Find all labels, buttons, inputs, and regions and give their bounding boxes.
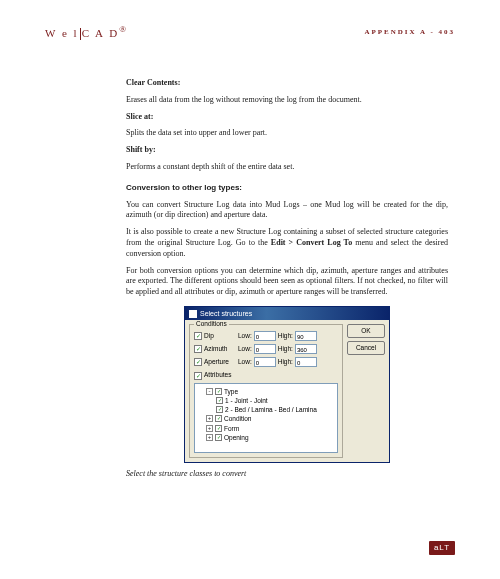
para-conversion-2: It is also possible to create a new Stru… xyxy=(126,227,448,259)
dip-high-input[interactable]: 90 xyxy=(295,331,317,341)
select-structures-dialog: Select structures Conditions ✓ Dip Low: … xyxy=(184,306,390,463)
tree-expander-icon[interactable]: + xyxy=(206,425,213,432)
logo-trademark: ® xyxy=(119,24,128,34)
tree-expander-icon[interactable]: - xyxy=(206,388,213,395)
dialog-title-icon xyxy=(189,310,197,318)
dip-low-label: Low: xyxy=(238,332,252,341)
azimuth-high-input[interactable]: 360 xyxy=(295,344,317,354)
azimuth-low-label: Low: xyxy=(238,345,252,354)
tree-root-checkbox[interactable]: ✓ xyxy=(215,388,222,395)
tree-item-label: 1 - Joint - Joint xyxy=(225,396,268,405)
heading-clear-contents: Clear Contents: xyxy=(126,78,448,89)
tree-item-condition[interactable]: + ✓ Condition xyxy=(198,414,334,423)
alt-footer-logo: aLT xyxy=(429,541,455,555)
dip-checkbox[interactable]: ✓ xyxy=(194,332,202,340)
aperture-label: Aperture xyxy=(204,358,236,367)
tree-item-form[interactable]: + ✓ Form xyxy=(198,424,334,433)
para-shift-by: Performs a constant depth shift of the e… xyxy=(126,162,448,173)
conditions-fieldset: Conditions ✓ Dip Low: 0 High: 90 ✓ Azimu… xyxy=(189,324,343,457)
heading-shift-by: Shift by: xyxy=(126,145,448,156)
tree-expander-icon[interactable]: + xyxy=(206,434,213,441)
tree-item-label: 2 - Bed / Lamina - Bed / Lamina xyxy=(225,405,317,414)
azimuth-high-label: High: xyxy=(278,345,293,354)
cancel-button[interactable]: Cancel xyxy=(347,341,385,355)
dialog-container: Select structures Conditions ✓ Dip Low: … xyxy=(126,306,448,463)
dip-label: Dip xyxy=(204,332,236,341)
page-content: Clear Contents: Erases all data from the… xyxy=(126,78,448,486)
dialog-titlebar: Select structures xyxy=(185,307,389,320)
aperture-low-input[interactable]: 0 xyxy=(254,357,276,367)
tree-item-opening[interactable]: + ✓ Opening xyxy=(198,433,334,442)
dialog-title: Select structures xyxy=(200,309,252,318)
tree-root-label: Type xyxy=(224,387,238,396)
attributes-label: Attributes xyxy=(204,371,231,380)
wellcad-logo: W e lC A D® xyxy=(45,24,128,40)
aperture-high-input[interactable]: 0 xyxy=(295,357,317,367)
condition-row-dip: ✓ Dip Low: 0 High: 90 xyxy=(194,331,338,341)
aperture-low-label: Low: xyxy=(238,358,252,367)
menu-path-bold: Edit > Convert Log To xyxy=(271,238,352,247)
tree-item-label: Condition xyxy=(224,414,251,423)
conditions-label: Conditions xyxy=(194,320,229,329)
heading-slice-at: Slice at: xyxy=(126,112,448,123)
para-clear-contents: Erases all data from the log without rem… xyxy=(126,95,448,106)
tree-item-label: Opening xyxy=(224,433,249,442)
tree-item-checkbox[interactable]: ✓ xyxy=(216,406,223,413)
tree-item-joint[interactable]: ✓ 1 - Joint - Joint xyxy=(198,396,334,405)
logo-text-right: C A D xyxy=(82,27,120,39)
tree-item-checkbox[interactable]: ✓ xyxy=(215,415,222,422)
azimuth-checkbox[interactable]: ✓ xyxy=(194,345,202,353)
para-slice-at: Splits the data set into upper and lower… xyxy=(126,128,448,139)
tree-item-label: Form xyxy=(224,424,239,433)
aperture-checkbox[interactable]: ✓ xyxy=(194,358,202,366)
tree-root-row[interactable]: - ✓ Type xyxy=(198,387,334,396)
attributes-tree[interactable]: - ✓ Type ✓ 1 - Joint - Joint ✓ 2 - Bed /… xyxy=(194,383,338,453)
tree-expander-icon[interactable]: + xyxy=(206,415,213,422)
condition-row-aperture: ✓ Aperture Low: 0 High: 0 xyxy=(194,357,338,367)
condition-row-azimuth: ✓ Azimuth Low: 0 High: 360 xyxy=(194,344,338,354)
tree-item-checkbox[interactable]: ✓ xyxy=(215,434,222,441)
ok-button[interactable]: OK xyxy=(347,324,385,338)
dialog-buttons-column: OK Cancel xyxy=(347,324,385,457)
attributes-row: ✓ Attributes xyxy=(194,371,338,380)
figure-caption: Select the structure classes to convert xyxy=(126,469,448,480)
dip-low-input[interactable]: 0 xyxy=(254,331,276,341)
tree-item-checkbox[interactable]: ✓ xyxy=(215,425,222,432)
page-header: W e lC A D® APPENDIX A - 403 xyxy=(45,24,455,40)
logo-bar-icon xyxy=(80,28,81,40)
page-reference: APPENDIX A - 403 xyxy=(364,28,455,36)
attributes-checkbox[interactable]: ✓ xyxy=(194,372,202,380)
tree-item-bed[interactable]: ✓ 2 - Bed / Lamina - Bed / Lamina xyxy=(198,405,334,414)
azimuth-label: Azimuth xyxy=(204,345,236,354)
dialog-body: Conditions ✓ Dip Low: 0 High: 90 ✓ Azimu… xyxy=(185,320,389,461)
para-conversion-1: You can convert Structure Log data into … xyxy=(126,200,448,222)
dialog-left-column: Conditions ✓ Dip Low: 0 High: 90 ✓ Azimu… xyxy=(189,324,343,457)
aperture-high-label: High: xyxy=(278,358,293,367)
azimuth-low-input[interactable]: 0 xyxy=(254,344,276,354)
para-conversion-3: For both conversion options you can dete… xyxy=(126,266,448,298)
section-conversion: Conversion to other log types: xyxy=(126,183,448,194)
tree-item-checkbox[interactable]: ✓ xyxy=(216,397,223,404)
dip-high-label: High: xyxy=(278,332,293,341)
logo-text-left: W e l xyxy=(45,27,79,39)
